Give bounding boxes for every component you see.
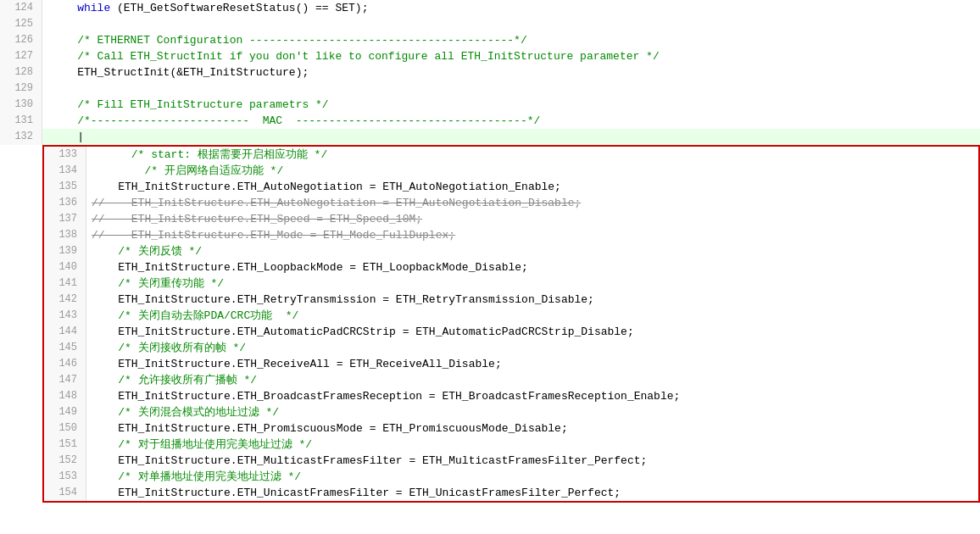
line-num-131: 131 — [0, 113, 42, 129]
line-content-144[interactable]: ETH_InitStructure.ETH_AutomaticPadCRCStr… — [86, 324, 978, 340]
line-num-132: 132 — [0, 129, 42, 145]
line-content-142[interactable]: ETH_InitStructure.ETH_RetryTransmission … — [86, 292, 978, 308]
code-line-141: 141 /* 关闭重传功能 */ — [44, 275, 978, 292]
line-num-152: 152 — [44, 453, 86, 469]
line-num-130: 130 — [0, 97, 42, 113]
line-content-145[interactable]: /* 关闭接收所有的帧 */ — [86, 340, 978, 356]
line-content-130[interactable]: /* Fill ETH_InitStructure parametrs */ — [42, 97, 980, 113]
code-line-144: 144 ETH_InitStructure.ETH_AutomaticPadCR… — [44, 324, 978, 340]
code-line-147: 147 /* 允许接收所有广播帧 */ — [44, 372, 978, 388]
code-line-152: 152 ETH_InitStructure.ETH_MulticastFrame… — [44, 453, 978, 469]
line-num-144: 144 — [44, 324, 86, 340]
line-num-149: 149 — [44, 404, 86, 420]
line-content-135[interactable]: ETH_InitStructure.ETH_AutoNegotiation = … — [86, 179, 978, 195]
line-content-153[interactable]: /* 对单播地址使用完美地址过滤 */ — [86, 469, 978, 485]
line-content-150[interactable]: ETH_InitStructure.ETH_PromiscuousMode = … — [86, 420, 978, 437]
line-content-128[interactable]: ETH_StructInit(&ETH_InitStructure); — [42, 64, 980, 81]
line-num-138: 138 — [44, 227, 86, 243]
line-content-125[interactable] — [42, 16, 980, 32]
code-line-149: 149 /* 关闭混合模式的地址过滤 */ — [44, 404, 978, 420]
code-line-151: 151 /* 对于组播地址使用完美地址过滤 */ — [44, 437, 978, 453]
line-content-132[interactable]: | — [42, 129, 980, 145]
line-num-145: 145 — [44, 340, 86, 356]
line-num-141: 141 — [44, 275, 86, 292]
code-line-137: 137 // ETH_InitStructure.ETH_Speed = ETH… — [44, 211, 978, 227]
code-line-139: 139 /* 关闭反馈 */ — [44, 243, 978, 259]
line-num-151: 151 — [44, 437, 86, 453]
line-content-143[interactable]: /* 关闭自动去除PDA/CRC功能 */ — [86, 308, 978, 324]
code-editor: 124 while (ETH_GetSoftwareResetStatus() … — [0, 0, 980, 534]
line-content-149[interactable]: /* 关闭混合模式的地址过滤 */ — [86, 404, 978, 420]
line-content-133[interactable]: /* start: 根据需要开启相应功能 */ — [86, 147, 978, 163]
line-num-128: 128 — [0, 64, 42, 81]
code-line-124: 124 while (ETH_GetSoftwareResetStatus() … — [0, 0, 980, 16]
code-line-135: 135 ETH_InitStructure.ETH_AutoNegotiatio… — [44, 179, 978, 195]
line-num-153: 153 — [44, 469, 86, 485]
code-line-146: 146 ETH_InitStructure.ETH_ReceiveAll = E… — [44, 356, 978, 372]
line-content-146[interactable]: ETH_InitStructure.ETH_ReceiveAll = ETH_R… — [86, 356, 978, 372]
code-line-132: 132 | — [0, 129, 980, 145]
line-num-143: 143 — [44, 308, 86, 324]
line-content-151[interactable]: /* 对于组播地址使用完美地址过滤 */ — [86, 437, 978, 453]
code-line-128: 128 ETH_StructInit(&ETH_InitStructure); — [0, 64, 980, 81]
line-content-139[interactable]: /* 关闭反馈 */ — [86, 243, 978, 259]
code-line-127: 127 /* Call ETH_StructInit if you don't … — [0, 48, 980, 64]
code-line-131: 131 /*------------------------ MAC -----… — [0, 113, 980, 129]
code-line-133: 133 /* start: 根据需要开启相应功能 */ — [44, 147, 978, 163]
line-num-125: 125 — [0, 16, 42, 32]
line-num-148: 148 — [44, 388, 86, 404]
line-num-140: 140 — [44, 259, 86, 275]
line-content-124[interactable]: while (ETH_GetSoftwareResetStatus() == S… — [42, 0, 980, 16]
code-line-130: 130 /* Fill ETH_InitStructure parametrs … — [0, 97, 980, 113]
code-line-143: 143 /* 关闭自动去除PDA/CRC功能 */ — [44, 308, 978, 324]
line-num-147: 147 — [44, 372, 86, 388]
code-line-153: 153 /* 对单播地址使用完美地址过滤 */ — [44, 469, 978, 485]
line-content-147[interactable]: /* 允许接收所有广播帧 */ — [86, 372, 978, 388]
code-line-134: 134 /* 开启网络自适应功能 */ — [44, 163, 978, 179]
code-line-145: 145 /* 关闭接收所有的帧 */ — [44, 340, 978, 356]
code-line-142: 142 ETH_InitStructure.ETH_RetryTransmiss… — [44, 292, 978, 308]
line-num-150: 150 — [44, 420, 86, 437]
line-num-135: 135 — [44, 179, 86, 195]
line-content-137[interactable]: // ETH_InitStructure.ETH_Speed = ETH_Spe… — [86, 211, 978, 227]
line-content-140[interactable]: ETH_InitStructure.ETH_LoopbackMode = ETH… — [86, 259, 978, 275]
code-line-154: 154 ETH_InitStructure.ETH_UnicastFramesF… — [44, 485, 978, 503]
code-line-140: 140 ETH_InitStructure.ETH_LoopbackMode =… — [44, 259, 978, 275]
line-content-148[interactable]: ETH_InitStructure.ETH_BroadcastFramesRec… — [86, 388, 978, 404]
line-num-126: 126 — [0, 32, 42, 48]
code-line-150: 150 ETH_InitStructure.ETH_PromiscuousMod… — [44, 420, 978, 437]
line-num-154: 154 — [44, 485, 86, 501]
line-content-141[interactable]: /* 关闭重传功能 */ — [86, 275, 978, 292]
line-num-142: 142 — [44, 292, 86, 308]
code-line-138: 138 // ETH_InitStructure.ETH_Mode = ETH_… — [44, 227, 978, 243]
line-content-134[interactable]: /* 开启网络自适应功能 */ — [86, 163, 978, 179]
line-num-129: 129 — [0, 81, 42, 97]
line-num-139: 139 — [44, 243, 86, 259]
line-num-133: 133 — [44, 147, 86, 163]
line-num-134: 134 — [44, 163, 86, 179]
line-num-146: 146 — [44, 356, 86, 372]
line-content-129[interactable] — [42, 81, 980, 97]
line-num-137: 137 — [44, 211, 86, 227]
line-num-136: 136 — [44, 195, 86, 211]
code-line-126: 126 /* ETHERNET Configuration ----------… — [0, 32, 980, 48]
line-content-154[interactable]: ETH_InitStructure.ETH_UnicastFramesFilte… — [86, 485, 978, 501]
line-content-152[interactable]: ETH_InitStructure.ETH_MulticastFramesFil… — [86, 453, 978, 469]
line-content-131[interactable]: /*------------------------ MAC ---------… — [42, 113, 980, 129]
code-line-129: 129 — [0, 81, 980, 97]
line-content-127[interactable]: /* Call ETH_StructInit if you don't like… — [42, 48, 980, 64]
line-num-124: 124 — [0, 0, 42, 16]
line-content-138[interactable]: // ETH_InitStructure.ETH_Mode = ETH_Mode… — [86, 227, 978, 243]
line-content-136[interactable]: // ETH_InitStructure.ETH_AutoNegotiation… — [86, 195, 978, 211]
line-num-127: 127 — [0, 48, 42, 64]
code-line-125: 125 — [0, 16, 980, 32]
code-line-148: 148 ETH_InitStructure.ETH_BroadcastFrame… — [44, 388, 978, 404]
code-line-136: 136 // ETH_InitStructure.ETH_AutoNegotia… — [44, 195, 978, 211]
line-content-126[interactable]: /* ETHERNET Configuration --------------… — [42, 32, 980, 48]
